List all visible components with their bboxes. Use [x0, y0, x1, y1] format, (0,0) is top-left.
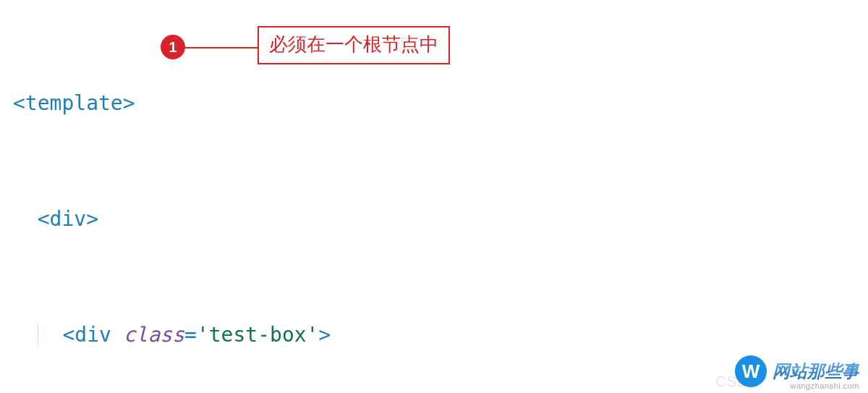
attr-value: test-box: [209, 323, 307, 347]
code-line-3: | <div class='test-box'>: [13, 316, 855, 354]
annotation-number: 1: [169, 39, 176, 56]
attr-name: class: [124, 323, 184, 347]
code-line-1: <template>: [13, 84, 855, 122]
tag-name: div: [75, 323, 111, 347]
watermark-icon-letter: W: [742, 360, 760, 383]
quote: ': [197, 323, 209, 347]
quote: ': [307, 323, 319, 347]
tag-open: <: [62, 323, 75, 347]
watermark-brand: 网站那些事: [773, 360, 859, 383]
equals: =: [184, 323, 197, 347]
tag-name: template: [25, 91, 123, 115]
annotation-badge: 1: [161, 35, 185, 59]
tag-open: <: [38, 207, 50, 231]
code-line-2: <div>: [13, 200, 855, 238]
annotation-leader-line: [185, 47, 258, 48]
tag-close: >: [123, 91, 135, 115]
tag-open: <: [13, 91, 25, 115]
annotation-callout: 必须在一个根节点中: [258, 26, 450, 64]
tag-close: >: [318, 323, 331, 347]
tag-close: >: [86, 207, 98, 231]
annotation-text: 必须在一个根节点中: [269, 33, 438, 55]
watermark-domain: wangzhanshi.com: [790, 381, 859, 390]
tag-name: div: [50, 207, 87, 231]
watermark-icon: W: [735, 355, 767, 387]
